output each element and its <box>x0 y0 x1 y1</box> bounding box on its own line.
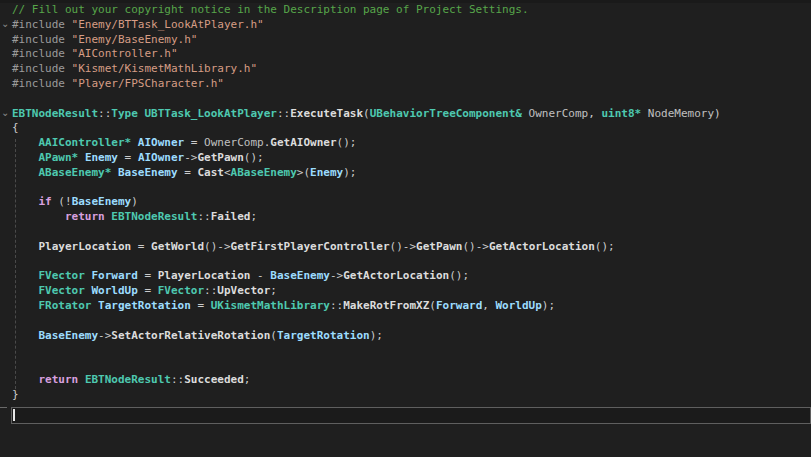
code-token-pln: -> <box>98 329 111 342</box>
code-token-pln: = <box>184 136 204 149</box>
code-token-pln <box>641 107 648 120</box>
chevron-down-icon[interactable]: ⌄ <box>1 19 10 31</box>
code-line: #include "Kismet/KismetMathLibrary.h" <box>12 62 811 77</box>
code-token-pln <box>78 151 85 164</box>
code-token-pre: #include <box>12 33 72 46</box>
code-line: EBTNodeResult::Type UBTTask_LookAtPlayer… <box>12 107 811 122</box>
code-token-pln <box>111 166 118 179</box>
code-line <box>12 358 811 373</box>
code-token-pln: :: <box>171 373 184 386</box>
code-token-var: BaseEnemy <box>270 269 330 282</box>
code-token-pln: :: <box>204 284 217 297</box>
chevron-down-icon[interactable]: ⌄ <box>1 108 10 120</box>
code-token-fn: MakeRotFromXZ <box>343 299 429 312</box>
code-token-typ: Type <box>111 107 138 120</box>
code-line: } <box>12 388 811 403</box>
code-token-pln <box>12 373 39 386</box>
text-cursor-icon <box>13 409 15 421</box>
code-line: #include "Player/FPSCharacter.h" <box>12 77 811 92</box>
code-line: if (!BaseEnemy) <box>12 195 811 210</box>
code-token-pln <box>522 107 529 120</box>
code-token-typ: FVector <box>158 284 204 297</box>
code-line: #include "Enemy/BaseEnemy.h" <box>12 33 811 48</box>
code-token-kw: return <box>65 210 105 223</box>
code-line: AAIController* AIOwner = OwnerComp.GetAI… <box>12 136 811 151</box>
code-line: FRotator TargetRotation = UKismetMathLib… <box>12 299 811 314</box>
code-token-pln <box>12 166 39 179</box>
code-token-typ: EBTNodeResult <box>85 373 171 386</box>
code-token-pln <box>12 195 39 208</box>
code-token-pln: { <box>12 121 19 134</box>
code-line <box>12 181 811 196</box>
code-token-pln: ; <box>250 210 257 223</box>
code-token-pln: = <box>118 151 138 164</box>
code-line: APawn* Enemy = AIOwner->GetPawn(); <box>12 151 811 166</box>
code-token-pre: #include <box>12 47 72 60</box>
code-token-pln: ()-> <box>462 240 489 253</box>
code-line <box>12 255 811 270</box>
code-token-typ: FVector <box>39 284 85 297</box>
code-token-typ: ABaseEnemy* <box>39 166 112 179</box>
code-token-pln: = <box>131 240 151 253</box>
code-editor-window: { "editor": { "background_color": "#1f1f… <box>0 0 811 457</box>
code-token-var: BaseEnemy <box>39 329 99 342</box>
code-token-typ: ABaseEnemy <box>231 166 297 179</box>
code-line <box>12 343 811 358</box>
code-line: { <box>12 121 811 136</box>
code-token-str: "Kismet/KismetMathLibrary.h" <box>72 62 257 75</box>
code-token-var: AIOwner <box>138 151 184 164</box>
code-token-pln: ( <box>363 107 370 120</box>
code-line: return EBTNodeResult::Succeeded; <box>12 373 811 388</box>
code-token-pln: < <box>224 166 231 179</box>
code-line: FVector Forward = PlayerLocation - BaseE… <box>12 269 811 284</box>
code-token-pln: (); <box>337 136 357 149</box>
code-token-pre: #include <box>12 62 72 75</box>
code-token-pln: (); <box>595 240 615 253</box>
code-token-kw: if <box>39 195 52 208</box>
code-token-pln: ); <box>343 166 356 179</box>
code-token-fn: GetActorLocation <box>489 240 595 253</box>
code-token-var: AIOwner <box>138 136 184 149</box>
code-token-pln: :: <box>330 299 343 312</box>
code-token-pln: ( <box>270 329 277 342</box>
code-token-fn: PlayerLocation <box>158 269 251 282</box>
code-token-typ: EBTNodeResult <box>111 210 197 223</box>
code-lines-container: // Fill out your copyright notice in the… <box>12 3 811 403</box>
code-token-pln: } <box>12 388 19 401</box>
code-token-var: WorldUp <box>91 284 137 297</box>
code-token-pln: , <box>588 107 601 120</box>
code-line <box>12 225 811 240</box>
code-token-pln: -> <box>184 151 197 164</box>
code-token-pln <box>12 284 39 297</box>
code-token-par: OwnerComp <box>204 136 264 149</box>
code-token-pln <box>12 240 39 253</box>
code-token-pln: ; <box>270 284 277 297</box>
code-token-var: TargetRotation <box>277 329 370 342</box>
code-token-var: WorldUp <box>496 299 542 312</box>
code-token-pln <box>131 136 138 149</box>
code-token-var: BaseEnemy <box>118 166 178 179</box>
inline-input-box[interactable] <box>11 407 811 424</box>
code-token-pln: (); <box>449 269 469 282</box>
code-token-pln <box>12 136 39 149</box>
code-line: ABaseEnemy* BaseEnemy = Cast<ABaseEnemy>… <box>12 166 811 181</box>
code-token-pln: :: <box>197 210 210 223</box>
code-token-str: "Player/FPSCharacter.h" <box>72 77 224 90</box>
code-token-par: NodeMemory <box>648 107 714 120</box>
code-token-fn: GetAIOwner <box>270 136 336 149</box>
code-token-pln: ) <box>714 107 721 120</box>
code-line: return EBTNodeResult::Failed; <box>12 210 811 225</box>
code-token-pln <box>12 299 39 312</box>
code-line: // Fill out your copyright notice in the… <box>12 3 811 18</box>
code-token-pln: ( <box>429 299 436 312</box>
code-editor[interactable]: // Fill out your copyright notice in the… <box>0 3 811 457</box>
code-token-par: OwnerComp <box>529 107 589 120</box>
code-token-fn: GetPawn <box>197 151 243 164</box>
code-line: FVector WorldUp = FVector::UpVector; <box>12 284 811 299</box>
code-token-pln: , <box>482 299 495 312</box>
code-token-pln: (! <box>52 195 72 208</box>
code-token-pln: ()-> <box>204 240 231 253</box>
code-token-pln: :: <box>98 107 111 120</box>
code-token-var: Enemy <box>85 151 118 164</box>
code-token-pln: = <box>138 284 158 297</box>
